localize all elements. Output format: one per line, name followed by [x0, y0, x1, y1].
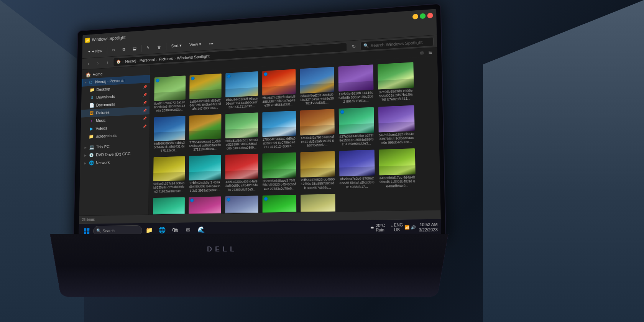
maximize-button[interactable] — [420, 13, 426, 19]
file-grid-container: ⊞ ☰ 0ce8517be4072 5a1e0b33d65e3 8908cbe1… — [149, 48, 441, 215]
sidebar-screenshots-label: Screenshots — [95, 133, 117, 138]
keyboard-base — [50, 234, 449, 297]
pin-icon-vid: 📌 — [143, 125, 146, 128]
chevron-down-icon: ▾ — [85, 81, 87, 84]
file-explorer: 📁 Windows Spotlight ✦ ✦ New ✂ — [79, 9, 441, 238]
close-button[interactable] — [427, 13, 433, 18]
tray-wifi[interactable]: 📶 — [404, 225, 409, 230]
file-item[interactable]: e0e99d861b7d 9773b3b2660cf 600d59af0bcab… — [299, 192, 337, 215]
system-tray: ^ ENG US 📶 🔊 — [389, 222, 417, 232]
file-item[interactable]: YaC5e4ffd05f5 7d3b6f68ad45 01fb4813f1b0 … — [151, 196, 186, 214]
file-name: 542b52cen182c 6be4e3397b644 9dfbaa8aace0… — [379, 131, 415, 145]
file-item[interactable]: 32e96b65d3d9 e905e555d003a 2d57fe1f9a79f… — [376, 61, 416, 104]
file-item[interactable]: T7fbd43385aed 1b0b96c0bae6 aef5d03a00f0 … — [187, 112, 222, 153]
file-item[interactable]: cc51bb5df1bf1 5f535fd7d0027 879e24673af5… — [187, 195, 222, 215]
windows-logo — [84, 228, 90, 234]
sidebar-desktop-label: Desktop — [96, 87, 110, 92]
win-pane-2 — [87, 228, 89, 231]
file-grid: 0ce8517be4072 5a1e0b33d65e3 8908cbe113e8… — [149, 56, 441, 214]
file-item[interactable]: 178bc4c5a33a2 dd5a5ab3a0399 6b07f8e59d77… — [261, 109, 297, 151]
file-item[interactable]: 75ff567d79523 dc490012f89c 38a8557d9b2db… — [299, 150, 336, 192]
file-name: 36d960b5b3d6 81b6c30cbae6 2f13ff69731 0c… — [154, 141, 185, 153]
detail-view-button[interactable]: ☰ — [426, 48, 434, 56]
file-item[interactable]: 206e31d1dc6d1 8e5a3c0f28398 5a039386a4c6… — [224, 111, 260, 152]
grid-view-button[interactable]: ⊞ — [418, 49, 426, 56]
pin-icon-music: 📌 — [143, 117, 146, 120]
file-thumbnail — [154, 76, 186, 101]
file-item[interactable]: 542b52cen182c 6be4e3397b644 9dfbaa8aace0… — [376, 104, 416, 146]
forward-button[interactable]: › — [94, 59, 102, 67]
tray-volume[interactable]: 🔊 — [411, 225, 416, 230]
file-thumbnail — [339, 150, 375, 177]
clock-date: 3/22/2023 — [419, 227, 438, 232]
file-name: 75ff567d79523 dc490012f89c 38a8557d9b2db… — [301, 177, 335, 190]
file-thumbnail — [225, 112, 258, 138]
file-thumbnail — [189, 114, 221, 140]
pin-icon-pic: 📌 — [143, 108, 147, 112]
file-thumbnail — [262, 195, 296, 215]
file-item[interactable]: 0ce8517be4072 5a1e0b33d65e3 8908cbe113e8… — [153, 74, 187, 114]
file-thumbnail — [300, 67, 334, 94]
mail-icon: ✉ — [186, 227, 191, 233]
minimize-button[interactable] — [412, 14, 418, 20]
music-icon: ♪ — [89, 118, 94, 124]
file-item[interactable]: d034cc05f7502 3abf835a21c4 33c2075c26683… — [261, 193, 298, 215]
file-item[interactable]: 4321a023bc405 d4af92af80d89c c4548c55f47… — [224, 152, 260, 193]
thispc-icon: 💻 — [89, 145, 94, 150]
file-name: 97bfe02adb0ef3 43aadb4f80d89c b445a4031 … — [189, 180, 220, 192]
rename-button[interactable]: ✎ — [143, 43, 152, 53]
sort-button[interactable]: Sort ▾ — [168, 41, 184, 51]
file-thumbnail — [378, 105, 414, 132]
sidebar-pictures-label: Pictures — [96, 110, 110, 115]
file-item[interactable]: 1a56c1f9a79f b7e023f1511 dd5a5ab3a039 6b… — [299, 107, 336, 150]
file-item[interactable]: 2f6c6474d2b2f 6da4d8486cb8c3 5b79a7eb49e… — [261, 67, 297, 109]
weather-cond: Rain — [376, 228, 385, 232]
file-thumbnail — [189, 155, 221, 180]
file-item[interactable]: a4226b6d17cc 4d4a4b9fccd8 1d7f03b4fb9d 6… — [377, 147, 417, 190]
weather-widget[interactable]: 🌧 20°C Rain — [368, 223, 388, 232]
file-item[interactable]: d9f5f951ed0bf 21e925511ad417 b7b90311a43… — [223, 194, 260, 215]
up-button[interactable]: ↑ — [104, 58, 111, 66]
paste-button[interactable]: ⬓ — [130, 44, 139, 54]
file-item[interactable]: af6deca7c2e9 5709a2e3838 6b4a4a9fccd8 88… — [338, 148, 376, 191]
file-thumbnail — [225, 154, 258, 179]
globe-icon: 🌐 — [158, 227, 166, 234]
file-item[interactable]: 6da3bf9ed2d1 aec8d01bc327 b79a7eb49e30 7… — [298, 65, 335, 107]
view-button[interactable]: View ▾ — [187, 39, 204, 50]
screen-display: 📁 Windows Spotlight ✦ ✦ New ✂ — [79, 9, 441, 238]
main-content: 🏠 Home ▾ ⬡ Neeraj - Personal 📁 Desktop 📌 — [79, 48, 440, 216]
toolbar-divider-2 — [141, 45, 141, 52]
sidebar-neeraj-label: Neeraj - Personal — [95, 78, 124, 84]
item-count: 26 items — [82, 218, 95, 222]
delete-button[interactable]: 🗑 — [154, 42, 164, 52]
taskbar-right: 🌧 20°C Rain ^ ENG US — [368, 222, 438, 233]
copy-button[interactable]: ⧉ — [120, 44, 128, 54]
file-item[interactable]: 17cf23ef6610b 14116c54fb0fb 60b2c19bd2b6… — [337, 63, 375, 105]
path-home-icon: 🏠 — [116, 59, 121, 64]
file-item[interactable]: 1fbbd44431c4df 95ace09ea7384 4a4b60ceaf3… — [224, 70, 259, 111]
file-item[interactable]: 437e0ae1462be b277f9e1501e3 d684e669f3c6… — [337, 105, 375, 148]
refresh-button[interactable]: ↻ — [350, 42, 358, 51]
tray-chevron[interactable]: ^ — [391, 225, 393, 230]
more-button[interactable]: ••• — [206, 38, 216, 48]
file-thumbnail — [338, 107, 374, 134]
tray-lang[interactable]: ENG US — [394, 223, 403, 232]
path-pictures: Pictures — [159, 56, 173, 61]
dell-logo: DELL — [207, 245, 237, 253]
desktop-folder-icon: 📁 — [90, 87, 95, 93]
new-button[interactable]: ✦ ✦ New — [85, 46, 105, 56]
file-item[interactable]: 97bfe02adb0ef3 43aadb4f80d89c b445a4031 … — [187, 153, 222, 194]
file-item[interactable]: 1a5b748d5ddb d59ef284ef cd0 849be74ca2d4… — [188, 72, 223, 113]
sidebar-dvd-label: DVD Drive (D:) CCC — [96, 151, 130, 157]
file-item[interactable]: 908be7c397c94 60843b8335e9c c2b9d4f39fee… — [152, 154, 186, 195]
cut-button[interactable]: ✂ — [109, 45, 118, 55]
file-item[interactable]: 36d960b5b3d6 81b6c30cbae6 2f13ff69731 0c… — [152, 114, 186, 154]
sidebar-home-label: Home — [92, 72, 102, 77]
taskbar-clock[interactable]: 10:52 AM 3/22/2023 — [419, 222, 438, 232]
file-name: 1fbbd44431c4df 95ace09ea7384 4a4b60ceaf3… — [225, 97, 258, 110]
screen-bezel: 📁 Windows Spotlight ✦ ✦ New ✂ — [73, 3, 447, 243]
file-thumbnail — [379, 148, 416, 176]
back-button[interactable]: ‹ — [85, 59, 92, 67]
network-icon: 🌐 — [89, 160, 94, 165]
file-item[interactable]: 063895a648aee3 75f1f5b7d70523 c4548c55f4… — [261, 151, 297, 192]
